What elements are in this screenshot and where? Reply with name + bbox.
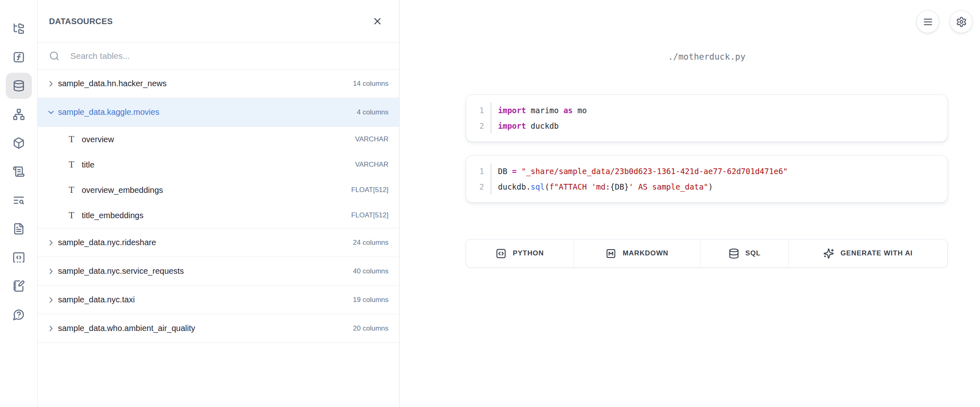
square-dashed-code-icon (13, 251, 25, 264)
menu-icon (922, 16, 933, 27)
table-name: sample_data.nyc.service_requests (58, 266, 184, 276)
column-count: 19 columns (353, 296, 388, 304)
column-row[interactable]: Ttitle_embeddingsFLOAT[512] (38, 203, 399, 228)
code-cell-2[interactable]: 12DB = "_share/sample_data/23b0d623-1361… (466, 155, 948, 203)
tables-list: sample_data.hn.hacker_news14 columnssamp… (38, 69, 399, 407)
rail-item-packages[interactable] (6, 130, 32, 156)
file-text-icon (13, 223, 25, 235)
rail-item-datasources[interactable] (6, 73, 32, 99)
network-icon (13, 108, 25, 121)
column-row[interactable]: Toverview_embeddingsFLOAT[512] (38, 177, 399, 203)
close-panel-button[interactable] (372, 16, 383, 27)
line-numbers: 12 (466, 103, 491, 134)
column-count: 14 columns (353, 80, 388, 88)
cells-container: 12import marimo as moimport duckdb12DB =… (466, 94, 948, 203)
add-button-label: GENERATE WITH AI (840, 249, 913, 257)
database-icon (728, 248, 739, 259)
add-cell-button-bar: PYTHONMARKDOWNSQLGENERATE WITH AI (466, 239, 948, 268)
rail-item-tracing[interactable] (6, 187, 32, 213)
table-row[interactable]: sample_data.nyc.rideshare24 columns (38, 228, 399, 257)
column-type: VARCHAR (355, 135, 388, 143)
menu-button[interactable] (916, 10, 939, 33)
rail-item-dependencies[interactable] (6, 101, 32, 127)
settings-icon (956, 16, 967, 27)
text-search-icon (13, 194, 25, 206)
notebook-filename[interactable]: ./motherduck.py (466, 52, 948, 62)
text-type-icon: T (67, 185, 76, 195)
table-row[interactable]: sample_data.kaggle.movies4 columns (38, 98, 399, 127)
rail-item-help[interactable] (6, 302, 32, 328)
column-count: 4 columns (357, 108, 388, 116)
column-name: title_embeddings (82, 211, 143, 220)
column-type: FLOAT[512] (351, 186, 388, 194)
rail-item-file-explorer[interactable] (6, 16, 32, 42)
folder-tree-icon (13, 22, 25, 35)
columns-group: ToverviewVARCHARTtitleVARCHARToverview_e… (38, 127, 399, 228)
rail-item-logs[interactable] (6, 159, 32, 185)
column-name: overview_embeddings (82, 186, 163, 195)
settings-button[interactable] (950, 10, 973, 33)
table-row[interactable]: sample_data.who.ambient_air_quality20 co… (38, 314, 399, 343)
notebook-document: ./motherduck.py 12import marimo as moimp… (466, 52, 948, 268)
text-type-icon: T (67, 210, 76, 221)
code-cell-1[interactable]: 12import marimo as moimport duckdb (466, 94, 948, 142)
chevron-right-icon (47, 324, 56, 333)
rail-item-variables[interactable] (6, 44, 32, 70)
column-type: FLOAT[512] (351, 211, 388, 219)
rail-item-snippets[interactable] (6, 244, 32, 271)
x-icon (372, 16, 383, 27)
scroll-text-icon (13, 165, 25, 178)
line-numbers: 12 (466, 163, 491, 195)
search-tables-input[interactable] (69, 51, 388, 61)
add-button-label: MARKDOWN (623, 249, 668, 257)
table-name: sample_data.kaggle.movies (58, 107, 159, 117)
box-icon (13, 137, 25, 149)
table-row[interactable]: sample_data.nyc.taxi19 columns (38, 286, 399, 314)
column-name: title (82, 160, 94, 170)
datasources-panel-header: DATASOURCES (38, 0, 399, 43)
rail-item-documentation[interactable] (6, 216, 32, 242)
chevron-right-icon (47, 238, 56, 247)
database-icon (13, 80, 25, 92)
chevron-right-icon (47, 295, 56, 304)
message-question-icon (13, 309, 25, 321)
square-m-icon (605, 248, 616, 259)
app-window: DATASOURCES sample_data.hn.hacker_news14… (0, 0, 980, 407)
column-row[interactable]: TtitleVARCHAR (38, 152, 399, 177)
table-name: sample_data.nyc.taxi (58, 295, 135, 304)
generate-with-ai-button[interactable]: GENERATE WITH AI (789, 239, 947, 267)
code-editor-content: import marimo as moimport duckdb (491, 103, 587, 134)
add-button-label: PYTHON (513, 249, 544, 257)
column-count: 20 columns (353, 324, 388, 333)
column-name: overview (82, 135, 114, 144)
code-editor-content: DB = "_share/sample_data/23b0d623-1361-4… (491, 163, 788, 195)
panel-title: DATASOURCES (49, 17, 113, 26)
add-python-cell-button[interactable]: PYTHON (466, 239, 574, 267)
table-row[interactable]: sample_data.hn.hacker_news14 columns (38, 69, 399, 98)
search-row (38, 43, 399, 69)
column-type: VARCHAR (355, 161, 388, 169)
add-button-label: SQL (746, 249, 761, 257)
function-square-icon (13, 51, 25, 63)
table-name: sample_data.hn.hacker_news (58, 79, 167, 88)
table-row[interactable]: sample_data.nyc.service_requests40 colum… (38, 257, 399, 286)
square-code-icon (496, 248, 507, 259)
table-name: sample_data.who.ambient_air_quality (58, 324, 195, 333)
notebook-area: ./motherduck.py 12import marimo as moimp… (400, 0, 980, 407)
text-type-icon: T (67, 134, 76, 145)
activity-rail (0, 0, 38, 407)
chevron-right-icon (47, 267, 56, 276)
notebook-topbar (916, 10, 973, 33)
add-markdown-cell-button[interactable]: MARKDOWN (574, 239, 701, 267)
text-type-icon: T (67, 159, 76, 170)
chevron-down-icon (47, 108, 56, 117)
column-row[interactable]: ToverviewVARCHAR (38, 127, 399, 152)
datasources-panel: DATASOURCES sample_data.hn.hacker_news14… (38, 0, 400, 407)
add-sql-cell-button[interactable]: SQL (701, 239, 789, 267)
column-count: 24 columns (353, 239, 388, 247)
table-name: sample_data.nyc.rideshare (58, 238, 156, 247)
notebook-pen-icon (13, 280, 25, 292)
rail-item-scratchpad[interactable] (6, 273, 32, 299)
sparkles-icon (823, 248, 834, 259)
search-icon (49, 51, 60, 61)
